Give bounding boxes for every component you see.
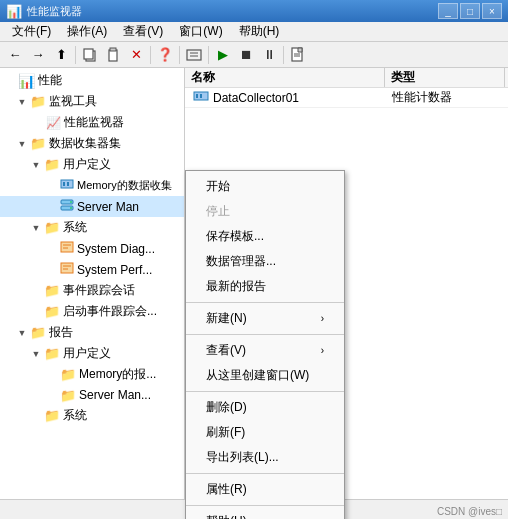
toolbar-copy[interactable] [79,44,101,66]
server-icon [60,198,74,215]
tree-item-data-collector[interactable]: ▼ 📁 数据收集器集 [0,133,184,154]
expand-icon-se [28,304,44,320]
menu-file[interactable]: 文件(F) [4,22,59,41]
menu-view[interactable]: 查看(V) [115,22,171,41]
tree-item-system-report[interactable]: 📁 系统 [0,405,184,426]
tree-item-system[interactable]: ▼ 📁 系统 [0,217,184,238]
menu-window[interactable]: 窗口(W) [171,22,230,41]
toolbar-sep5 [283,46,284,64]
content-row-0[interactable]: DataCollector01 性能计数器 [185,88,508,108]
ctx-export[interactable]: 导出列表(L)... [186,445,344,470]
toolbar: ← → ⬆ ✕ ❓ ▶ ⏹ ⏸ [0,42,508,68]
svg-rect-24 [196,94,198,98]
expand-icon-sys: ▼ [28,220,44,236]
svg-rect-4 [187,50,201,60]
tree-item-perf-root[interactable]: 📊 性能 [0,70,184,91]
memory-icon [60,177,74,194]
svg-rect-2 [109,50,117,61]
ctx-delete[interactable]: 删除(D) [186,395,344,420]
toolbar-paste[interactable] [102,44,124,66]
toolbar-help[interactable]: ❓ [154,44,176,66]
ctx-stop[interactable]: 停止 [186,199,344,224]
expand-icon-sd [44,241,60,257]
tree-label-perf-monitor: 性能监视器 [64,114,124,131]
toolbar-sep1 [75,46,76,64]
folder-icon: 📁 [30,94,46,109]
ctx-new[interactable]: 新建(N) › [186,306,344,331]
tree-item-memory-collect[interactable]: Memory的数据收集 [0,175,184,196]
tree-item-user-defined-report[interactable]: ▼ 📁 用户定义 [0,343,184,364]
watermark: CSDN @ives□ [437,506,502,517]
tree-label-reports: 报告 [49,324,73,341]
monitor-icon: 📈 [46,116,61,130]
tree-label-startup-event: 启动事件跟踪会... [63,303,157,320]
tree-label-system: 系统 [63,219,87,236]
menu-action[interactable]: 操作(A) [59,22,115,41]
tree-label-event-trace: 事件跟踪会话 [63,282,135,299]
ctx-sep-4 [186,473,344,474]
tree-item-sys-perf[interactable]: System Perf... [0,259,184,280]
tree-label-user-defined-report: 用户定义 [63,345,111,362]
svg-rect-3 [110,48,116,51]
tree-label-memory-report: Memory的报... [79,366,156,383]
toolbar-pause[interactable]: ⏸ [258,44,280,66]
col-header-name: 名称 [185,68,385,87]
content-header: 名称 类型 [185,68,508,88]
menu-help[interactable]: 帮助(H) [231,22,288,41]
ctx-data-manager[interactable]: 数据管理器... [186,249,344,274]
svg-rect-25 [200,94,202,98]
perf-icon: 📊 [18,73,35,89]
tree-item-user-defined[interactable]: ▼ 📁 用户定义 [0,154,184,175]
tree-item-memory-report[interactable]: 📁 Memory的报... [0,364,184,385]
tree-item-event-trace[interactable]: 📁 事件跟踪会话 [0,280,184,301]
ctx-sep-2 [186,334,344,335]
collector-icon [193,89,209,106]
cell-name-0: DataCollector01 [187,88,386,107]
toolbar-stop[interactable]: ⏹ [235,44,257,66]
tree-item-perf-monitor[interactable]: 📈 性能监视器 [0,112,184,133]
ctx-properties[interactable]: 属性(R) [186,477,344,502]
sysperf-icon [60,261,74,278]
menu-bar: 文件(F) 操作(A) 查看(V) 窗口(W) 帮助(H) [0,22,508,42]
tree-item-monitor-tools[interactable]: ▼ 📁 监视工具 [0,91,184,112]
ctx-sep-3 [186,391,344,392]
ctx-refresh[interactable]: 刷新(F) [186,420,344,445]
minimize-button[interactable]: _ [438,3,458,19]
expand-icon [2,73,18,89]
toolbar-back[interactable]: ← [4,44,26,66]
ctx-save-template[interactable]: 保存模板... [186,224,344,249]
close-button[interactable]: × [482,3,502,19]
toolbar-sep2 [150,46,151,64]
context-menu: 开始 停止 保存模板... 数据管理器... 最新的报告 新建(N) › 查看(… [185,170,345,519]
tree-item-reports[interactable]: ▼ 📁 报告 [0,322,184,343]
ctx-new-window[interactable]: 从这里创建窗口(W) [186,363,344,388]
tree-item-startup-event[interactable]: 📁 启动事件跟踪会... [0,301,184,322]
ctx-sep-1 [186,302,344,303]
toolbar-forward[interactable]: → [27,44,49,66]
toolbar-properties[interactable] [183,44,205,66]
maximize-button[interactable]: □ [460,3,480,19]
ctx-view-arrow: › [321,345,324,356]
ctx-latest-report[interactable]: 最新的报告 [186,274,344,299]
toolbar-sep3 [179,46,180,64]
tree-item-server-report[interactable]: 📁 Server Man... [0,385,184,405]
tree-label-server-report: Server Man... [79,388,151,402]
expand-icon-ud: ▼ [28,157,44,173]
ctx-view[interactable]: 查看(V) › [186,338,344,363]
svg-point-16 [70,207,72,209]
ctx-help[interactable]: 帮助(H) [186,509,344,519]
folder-icon-rep: 📁 [30,325,46,340]
folder-icon-mr: 📁 [60,367,76,382]
tree-item-server-man[interactable]: Server Man [0,196,184,217]
ctx-start[interactable]: 开始 [186,174,344,199]
title-bar: 📊 性能监视器 _ □ × [0,0,508,22]
svg-rect-20 [61,263,73,273]
toolbar-play[interactable]: ▶ [212,44,234,66]
toolbar-new[interactable] [287,44,309,66]
toolbar-delete[interactable]: ✕ [125,44,147,66]
svg-rect-12 [67,182,69,186]
tree-item-sys-diag[interactable]: System Diag... [0,238,184,259]
sysdiag-icon [60,240,74,257]
toolbar-up[interactable]: ⬆ [50,44,72,66]
folder-icon-sr: 📁 [60,388,76,403]
